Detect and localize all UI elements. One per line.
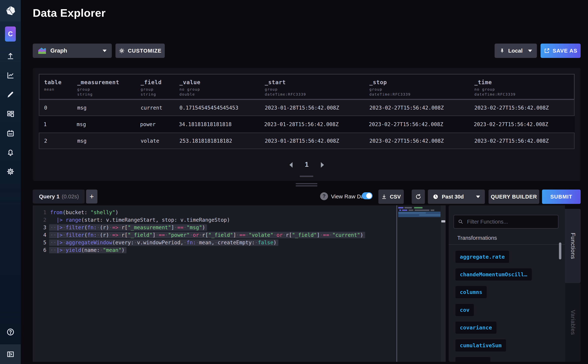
table-header-row: tablemean_measurementgroupstring_fieldgr… <box>39 74 575 99</box>
table-cell: 2023-01-28T15:56:42.008Z <box>265 105 369 111</box>
customize-label: CUSTOMIZE <box>128 48 162 54</box>
column-meta: mean <box>44 87 77 92</box>
table-cell: 2023-02-27T15:56:42.008Z <box>474 121 575 127</box>
raw-data-help-icon[interactable]: ? <box>320 192 328 200</box>
table-cell: 2023-01-28T15:56:42.008Z <box>265 138 369 144</box>
panel-resize-handle[interactable] <box>296 185 317 186</box>
raw-data-table-panel: tablemean_measurementgroupstring_fieldgr… <box>33 68 581 181</box>
column-meta: dateTime:RFC3339 <box>474 92 574 97</box>
page-number[interactable]: 1 <box>305 161 309 168</box>
sidebar-item-data-explorer[interactable] <box>0 70 21 81</box>
chevron-down-icon <box>103 50 107 52</box>
minimap-token <box>398 207 403 208</box>
code-line[interactable]: 4··|>·filter(fn:·(r)·=>·r["_field"]·==·"… <box>33 231 396 239</box>
column-meta: group <box>369 87 474 92</box>
search-icon <box>458 219 463 225</box>
refresh-button[interactable] <box>412 189 425 204</box>
table-cell: 253.1818181818182 <box>179 138 265 144</box>
column-header-_time[interactable]: _timeno groupdateTime:RFC3339 <box>474 74 574 99</box>
bell-icon <box>7 149 14 157</box>
add-query-button[interactable]: + <box>86 189 98 203</box>
functions-scrollbar-thumb[interactable] <box>559 242 561 259</box>
filter-functions-input[interactable] <box>454 215 558 228</box>
sidebar-item-alerts[interactable] <box>0 147 21 158</box>
code-line[interactable]: 5··|>·aggregateWindow(every:·v.windowPer… <box>33 239 396 246</box>
function-chip[interactable]: chandeMomentumOscill… <box>455 268 532 280</box>
column-meta: double <box>179 92 265 97</box>
column-header-_start[interactable]: _startgroupdateTime:RFC3339 <box>265 74 369 99</box>
code-text: ··|>·aggregateWindow(every:·v.windowPeri… <box>49 239 278 246</box>
table-cell: 2023-02-27T15:56:42.008Z <box>369 105 474 111</box>
function-chip[interactable]: cov <box>455 304 474 316</box>
function-chip[interactable]: cumulativeSum <box>455 339 506 351</box>
editor-scrollbar-thumb[interactable] <box>441 220 445 222</box>
csv-download-button[interactable]: CSV <box>378 189 404 204</box>
table-cell: 1 <box>44 121 77 127</box>
influxdb-logo[interactable] <box>0 0 21 21</box>
function-chip[interactable]: aggregate.rate <box>455 251 509 263</box>
customize-button[interactable]: CUSTOMIZE <box>116 44 165 58</box>
table-cell: 0.17154545454545453 <box>179 105 265 111</box>
refresh-icon <box>415 194 421 200</box>
table-cell: 2023-02-27T15:56:42.008Z <box>369 121 474 127</box>
table-row: 2msgvolate253.18181818181822023-01-28T15… <box>39 133 575 149</box>
functions-panel: Transformations aggregate.ratechandeMome… <box>449 205 565 362</box>
column-header-_stop[interactable]: _stopgroupdateTime:RFC3339 <box>369 74 474 99</box>
tab-functions[interactable]: Functions <box>565 209 581 283</box>
code-text: ··|>·yield(name:·"mean") <box>49 247 126 253</box>
function-chip[interactable] <box>455 357 490 362</box>
editor-scrollbar[interactable] <box>441 205 446 362</box>
time-range-dropdown[interactable]: Past 30d <box>428 189 485 204</box>
code-line[interactable]: 3··|>·filter(fn:·(r)·=>·r["_measurement"… <box>33 224 396 231</box>
query-builder-button[interactable]: QUERY BUILDER <box>489 189 539 204</box>
table-row: 1msgpower34.181818181818182023-01-28T15:… <box>39 116 575 133</box>
minimap-token <box>398 212 426 214</box>
column-header-_field[interactable]: _fieldgroupstring <box>141 74 179 99</box>
code-text: ··|>·filter(fn:·(r)·=>·r["_field"]·==·"p… <box>49 232 365 238</box>
submit-button[interactable]: SUBMIT <box>542 189 581 204</box>
chevron-down-icon <box>476 196 480 198</box>
table-cell: volate <box>141 138 179 144</box>
avatar[interactable]: C <box>5 26 16 42</box>
column-meta: no group <box>474 87 574 92</box>
tab-variables[interactable]: Variables <box>565 283 581 362</box>
previous-page-icon[interactable] <box>289 162 293 168</box>
flux-code-editor[interactable]: 1from(bucket: "shelly")2 |> range(start:… <box>33 205 396 362</box>
panel-resize-handle[interactable] <box>296 183 317 184</box>
view-raw-data-toggle[interactable] <box>362 192 372 199</box>
sidebar-item-help[interactable] <box>0 326 21 338</box>
sidebar-item-dashboards[interactable] <box>0 109 21 119</box>
table-cell: msg <box>77 138 141 144</box>
sidebar-expand-toggle[interactable] <box>0 344 21 364</box>
minimap-token <box>409 210 413 211</box>
code-line[interactable]: 6··|>·yield(name:·"mean") <box>33 246 396 254</box>
query-tab[interactable]: Query 1 (0.02s) <box>33 189 85 203</box>
column-meta: group <box>77 87 141 92</box>
sidebar-item-load-data[interactable] <box>0 51 21 62</box>
column-header-_value[interactable]: _valueno groupdouble <box>179 74 265 99</box>
code-text: from(bucket: "shelly") <box>50 209 120 216</box>
next-page-icon[interactable] <box>321 162 324 168</box>
line-number: 6 <box>33 247 46 253</box>
divider <box>449 244 565 245</box>
save-as-button[interactable]: SAVE AS <box>541 44 581 58</box>
scope-dropdown[interactable]: Local <box>495 44 537 58</box>
function-chip[interactable]: columns <box>455 286 487 298</box>
code-line[interactable]: 1from(bucket: "shelly") <box>33 209 396 216</box>
pagination: 1 <box>33 161 581 168</box>
expand-panel-icon <box>7 350 14 358</box>
column-header-_measurement[interactable]: _measurementgroupstring <box>77 74 141 99</box>
line-number: 5 <box>33 240 46 246</box>
visualization-type-dropdown[interactable]: Graph <box>33 44 112 58</box>
code-line[interactable]: 2 |> range(start: v.timeRangeStart, stop… <box>33 216 396 224</box>
sidebar-item-tasks[interactable] <box>0 128 21 139</box>
code-text: |> range(start: v.timeRangeStart, stop: … <box>50 217 232 223</box>
editor-minimap[interactable] <box>397 205 441 362</box>
sidebar-item-settings[interactable] <box>0 166 21 177</box>
filter-functions-field[interactable] <box>467 219 554 225</box>
column-header-table[interactable]: tablemean <box>44 74 77 99</box>
table-cell: 2023-02-27T15:56:42.008Z <box>474 105 574 111</box>
sidebar-item-notebooks[interactable] <box>0 89 21 100</box>
visualization-type-label: Graph <box>50 47 67 54</box>
function-chip[interactable]: covariance <box>455 322 497 334</box>
